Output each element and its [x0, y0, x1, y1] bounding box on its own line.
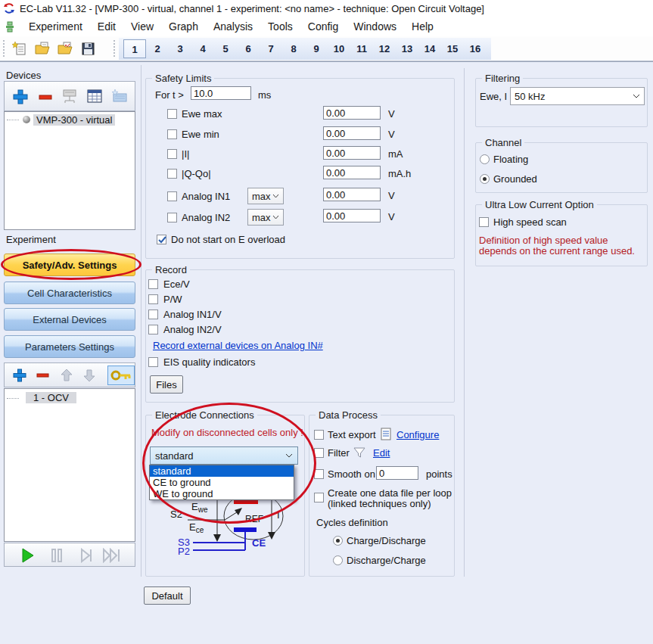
discharge-charge-radio[interactable] [333, 555, 343, 565]
menu-tools[interactable]: Tools [260, 18, 300, 35]
current-limit-input[interactable] [323, 146, 381, 160]
nav-parameters-settings[interactable]: Parameters Settings [4, 335, 135, 358]
menu-graph[interactable]: Graph [161, 18, 206, 35]
menu-config[interactable]: Config [300, 18, 346, 35]
analog-in2-checkbox[interactable] [167, 213, 177, 222]
charge-discharge-radio[interactable] [333, 536, 343, 546]
next-icon[interactable] [79, 548, 93, 563]
menu-help[interactable]: Help [404, 18, 441, 35]
charge-limit-unit: mA.h [388, 168, 411, 179]
channel-button-3[interactable]: 3 [169, 39, 191, 58]
ewe-min-input[interactable] [323, 126, 381, 140]
lock-parameters-button[interactable] [107, 366, 135, 385]
eis-quality-checkbox[interactable] [148, 357, 158, 367]
filter-checkbox[interactable] [314, 448, 324, 458]
channel-button-16[interactable]: 16 [464, 39, 487, 58]
skip-to-end-icon[interactable] [102, 548, 122, 563]
channel-button-14[interactable]: 14 [418, 39, 441, 58]
electrode-connection-select[interactable]: standard [150, 446, 298, 465]
channel-button-10[interactable]: 10 [328, 39, 350, 58]
filtering-select[interactable]: 50 kHz [510, 87, 645, 105]
ewe-min-checkbox[interactable] [167, 129, 177, 139]
ewe-max-input[interactable] [323, 106, 381, 120]
ewe-max-checkbox[interactable] [167, 109, 177, 119]
channel-button-2[interactable]: 2 [146, 39, 169, 58]
high-speed-scan-checkbox[interactable] [479, 217, 489, 227]
dropdown-option-we-to-ground[interactable]: WE to ground [150, 488, 294, 499]
analog-in2-input[interactable] [323, 209, 381, 222]
device-connect-icon[interactable] [61, 88, 79, 106]
default-button[interactable]: Default [144, 586, 191, 605]
smooth-checkbox[interactable] [314, 469, 324, 479]
record-ece-checkbox[interactable] [148, 279, 158, 289]
menu-experiment[interactable]: Experiment [21, 18, 90, 35]
nav-external-devices[interactable]: External Devices [4, 308, 135, 331]
charge-limit-input[interactable] [323, 166, 381, 179]
device-menu-icon[interactable] [5, 21, 15, 33]
files-button[interactable]: Files [150, 375, 183, 394]
window-title: EC-Lab V11.32 - [VMP-300 - virtual, chan… [20, 3, 484, 14]
analog-in1-range-select[interactable]: max [247, 188, 284, 204]
analog-in1-input[interactable] [323, 188, 381, 201]
record-external-devices-link[interactable]: Record external devices on Analog IN# [153, 340, 323, 351]
channel-button-5[interactable]: 5 [214, 39, 237, 58]
channel-button-15[interactable]: 15 [441, 39, 464, 58]
current-limit-checkbox[interactable] [167, 149, 177, 159]
remove-technique-icon[interactable] [36, 369, 50, 382]
channel-button-1[interactable]: 1 [123, 39, 146, 58]
dropdown-option-standard[interactable]: standard [150, 465, 294, 477]
play-icon[interactable] [21, 548, 35, 563]
channel-button-6[interactable]: 6 [237, 39, 260, 58]
new-settings-button[interactable] [11, 39, 29, 58]
floating-radio[interactable] [480, 154, 490, 164]
menu-view[interactable]: View [123, 18, 161, 35]
pause-icon[interactable] [50, 548, 64, 563]
configure-link[interactable]: Configure [396, 429, 439, 440]
record-analog-in2-checkbox[interactable] [148, 325, 158, 334]
charge-limit-checkbox[interactable] [167, 169, 177, 179]
open-settings-button[interactable] [33, 39, 51, 58]
channel-button-7[interactable]: 7 [260, 39, 282, 58]
save-button[interactable] [79, 39, 97, 58]
open-graph-folder-icon [58, 41, 73, 56]
record-analog-in1-checkbox[interactable] [148, 310, 158, 319]
record-power-checkbox[interactable] [148, 294, 158, 304]
overload-checkbox[interactable] [157, 235, 166, 244]
dropdown-option-ce-to-ground[interactable]: CE to ground [150, 477, 294, 488]
channel-button-8[interactable]: 8 [282, 39, 305, 58]
filtering-ewe-i-label: Ewe, I [480, 91, 507, 102]
channel-grid-icon[interactable] [86, 89, 103, 105]
menu-windows[interactable]: Windows [346, 18, 404, 35]
channel-button-13[interactable]: 13 [396, 39, 418, 58]
smooth-points-input[interactable] [376, 466, 418, 480]
file-per-loop-checkbox[interactable] [314, 493, 324, 502]
channel-button-9[interactable]: 9 [305, 39, 328, 58]
grounded-radio[interactable] [480, 174, 490, 184]
add-technique-icon[interactable] [13, 369, 26, 382]
channel-button-11[interactable]: 11 [350, 39, 373, 58]
menu-analysis[interactable]: Analysis [206, 18, 260, 35]
channel-selector-strip: 1 2 3 4 5 6 7 8 9 10 11 12 13 14 15 16 [119, 38, 491, 60]
nav-safety-adv-settings[interactable]: Safety/Adv. Settings [4, 254, 135, 276]
ewe-max-unit: V [388, 108, 395, 120]
move-down-icon[interactable] [83, 369, 95, 382]
ultra-low-current-title: Ultra Low Current Option [482, 199, 597, 210]
device-tree-item[interactable]: VMP-300 - virtual [33, 114, 115, 126]
nav-cell-characteristics[interactable]: Cell Characteristics [4, 282, 135, 304]
technique-tree-item[interactable]: 1 - OCV [26, 392, 76, 403]
open-data-button[interactable] [56, 39, 74, 58]
menu-edit[interactable]: Edit [90, 18, 123, 35]
filter-edit-link[interactable]: Edit [373, 447, 390, 459]
add-device-icon[interactable] [12, 89, 29, 105]
analog-in1-checkbox[interactable] [167, 191, 177, 201]
move-up-icon[interactable] [61, 369, 73, 382]
text-export-checkbox[interactable] [314, 430, 324, 440]
t-threshold-input[interactable] [191, 86, 251, 100]
virtual-device-icon[interactable] [110, 88, 129, 106]
remove-device-icon[interactable] [38, 89, 53, 105]
channel-button-12[interactable]: 12 [373, 39, 396, 58]
current-limit-label: |I| [182, 148, 189, 160]
analog-in2-unit: V [388, 211, 395, 222]
channel-button-4[interactable]: 4 [191, 39, 214, 58]
analog-in2-range-select[interactable]: max [247, 209, 284, 226]
